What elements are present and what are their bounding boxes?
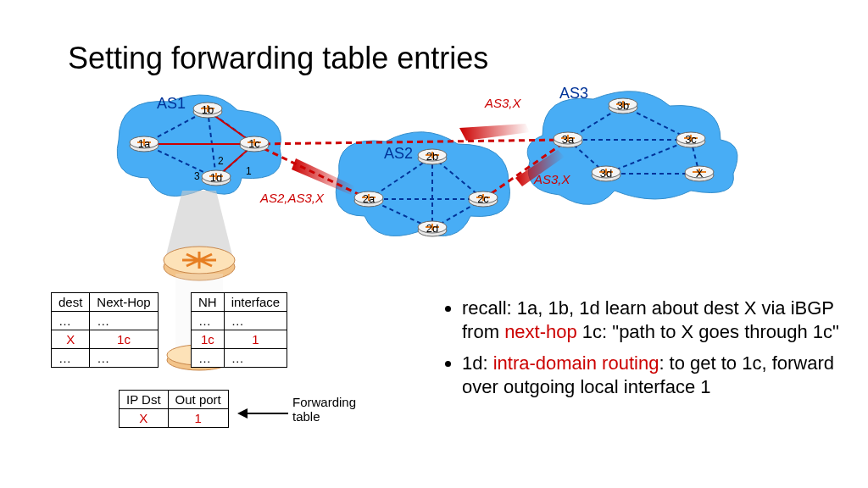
svg-text:1c: 1c bbox=[248, 137, 260, 150]
iface-3: 3 bbox=[194, 170, 200, 182]
dest-nexthop-table: destNext-Hop …… X1c …… bbox=[51, 292, 159, 368]
bullet-2: 1d: intra-domain routing: to get to 1c, … bbox=[462, 352, 843, 398]
forwarding-table: IP DstOut port X1 bbox=[119, 390, 229, 428]
svg-text:3b: 3b bbox=[617, 99, 629, 112]
svg-marker-47 bbox=[237, 408, 248, 419]
arrow-to-fwd-table bbox=[237, 405, 297, 422]
as3-label: AS3 bbox=[559, 85, 588, 103]
svg-text:2a: 2a bbox=[363, 192, 376, 205]
svg-text:3c: 3c bbox=[685, 133, 697, 146]
svg-text:2b: 2b bbox=[426, 150, 438, 163]
iface-2: 2 bbox=[218, 155, 224, 167]
as2-label: AS2 bbox=[384, 145, 413, 163]
bullet-1: recall: 1a, 1b, 1d learn about dest X vi… bbox=[462, 297, 843, 343]
as1-label: AS1 bbox=[157, 95, 186, 113]
arrow-as3-to-as1 bbox=[459, 124, 530, 141]
svg-text:1b: 1b bbox=[202, 103, 214, 116]
svg-text:3a: 3a bbox=[562, 133, 575, 146]
svg-text:2c: 2c bbox=[477, 192, 489, 205]
page-title: Setting forwarding table entries bbox=[68, 41, 488, 76]
path-as3x-top: AS3,X bbox=[485, 96, 521, 110]
svg-text:2d: 2d bbox=[426, 222, 438, 235]
svg-text:3d: 3d bbox=[600, 167, 612, 180]
fwd-label: Forwardingtable bbox=[292, 395, 356, 424]
path-as3x-bot: AS3,X bbox=[534, 172, 570, 186]
as2-cloud bbox=[336, 132, 509, 236]
bullet-list: recall: 1a, 1b, 1d learn about dest X vi… bbox=[428, 297, 843, 407]
svg-text:1d: 1d bbox=[210, 171, 222, 184]
iface-1: 1 bbox=[246, 165, 252, 177]
svg-text:1a: 1a bbox=[138, 137, 151, 150]
nh-interface-table: NHinterface …… 1c1 …… bbox=[191, 292, 287, 368]
svg-text:X: X bbox=[696, 167, 704, 180]
